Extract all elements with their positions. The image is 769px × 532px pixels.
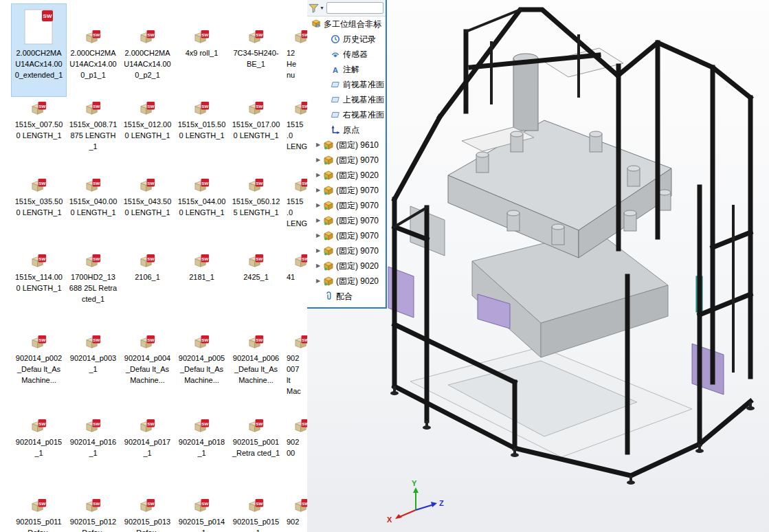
tree-item[interactable]: 传感器 [307,47,386,62]
file-label: 4x9 roll_1 [186,47,219,58]
expand-arrow-icon[interactable]: ▶ [316,228,323,243]
tree-item[interactable]: ▶(固定) 9070 [307,153,386,168]
file-item[interactable]: SW902014_p015_1 [12,414,66,494]
file-item[interactable]: SW2181_1 [175,249,229,330]
solidworks-part-icon: SW [193,252,210,269]
file-item[interactable]: SW902015_p013_Defau... [120,494,175,532]
file-item[interactable]: SW4x9 roll_1 [175,4,229,96]
file-item[interactable]: SW902015_p011_Defau... [12,494,66,532]
expand-arrow-icon[interactable]: ▶ [316,198,323,213]
file-item[interactable]: SW1515x_008.71875 LENGTH_1 [66,96,120,173]
file-item[interactable]: SW902014_p017_1 [120,414,175,494]
file-label: 902 00 [287,436,299,458]
file-item[interactable]: SW1515x_035.500 LENGTH_1 [12,173,66,249]
svg-text:SW: SW [93,181,100,186]
origin-icon [330,124,341,135]
component-icon [323,170,334,181]
expand-arrow-icon[interactable]: ▶ [316,153,323,168]
file-label: 902015_p014_1 [178,516,226,532]
filter-dropdown-caret[interactable]: ▼ [320,5,324,10]
file-item[interactable]: SW902014_p016_1 [66,414,120,494]
expand-arrow-icon[interactable]: ▶ [316,168,323,183]
filter-funnel-icon[interactable] [309,3,319,13]
file-label: 902014_p002_Defau lt_As Machine... [15,353,63,386]
file-item[interactable]: SW902015_p014_1 [175,494,229,532]
file-item[interactable]: SW2425_1 [229,249,283,330]
file-label: 2181_1 [189,271,214,282]
file-item[interactable]: SW1515x_044.000 LENGTH_1 [175,173,229,249]
file-item[interactable]: SW1515x_017.000 LENGTH_1 [229,96,283,173]
tree-item-label: (固定) 9070 [336,155,379,166]
file-item[interactable]: SW1515x_012.000 LENGTH_1 [120,96,175,173]
svg-text:A: A [333,66,338,74]
file-label: 902015_p011_Defau... [15,516,63,532]
tree-item[interactable]: 上视基准面 [307,92,386,107]
expand-arrow-icon[interactable]: ▶ [316,243,323,258]
solidworks-part-icon: SW [85,252,102,269]
file-item[interactable]: SW902015_p001_Retra cted_1 [229,414,283,494]
svg-text:SW: SW [256,337,263,342]
file-item[interactable]: SW902014_p006_Defau lt_As Machine... [229,330,283,414]
plane-icon [330,94,341,105]
file-item[interactable]: SW1515x_007.500 LENGTH_1 [12,96,66,173]
file-item[interactable]: SW2106_1 [120,249,175,330]
tree-item[interactable]: ▶(固定) 9070 [307,198,386,213]
file-item[interactable]: SW7C34-5H240-BE_1 [229,4,283,96]
file-label: 1515 .0 LENG [287,196,307,229]
tree-item[interactable]: 原点 [307,122,386,137]
tree-item[interactable]: 前视基准面 [307,77,386,92]
tree-filter-input[interactable] [326,2,383,14]
tree-item-label: (固定) 9070 [336,185,379,197]
file-item[interactable]: SW1515x_114.000 LENGTH_1 [12,249,66,330]
component-icon [323,185,334,196]
tree-item[interactable]: 历史记录 [307,32,386,47]
tree-item[interactable]: ▶(固定) 9070 [307,213,386,228]
expand-arrow-icon[interactable]: ▶ [316,183,323,198]
solidworks-part-icon: SW [247,176,265,194]
file-item[interactable]: SW902014_p005_Defau lt_As Machine... [175,330,229,414]
tree-item-label: 原点 [343,124,359,136]
expand-arrow-icon[interactable]: ▶ [316,274,323,289]
file-label: 902014_p003_1 [69,353,118,375]
expand-arrow-icon[interactable]: ▶ [316,258,323,274]
expand-arrow-icon[interactable]: ▶ [316,137,323,153]
tree-item[interactable]: ▶(固定) 9610 [307,137,386,153]
file-item[interactable]: SW1515x_050.125 LENGTH_1 [229,173,283,249]
tree-item-label: (固定) 9610 [336,140,379,151]
tree-item-label: 传感器 [343,49,368,60]
tree-item-label: 历史记录 [343,34,376,45]
file-item[interactable]: SW902015_p015_1 [229,494,283,532]
tree-item[interactable]: ▶(固定) 9020 [307,258,386,274]
tree-item[interactable]: ▶(固定) 9020 [307,168,386,183]
file-item[interactable]: SW1515x_040.000 LENGTH_1 [66,173,120,249]
file-item[interactable]: SW902014_p004_Defau lt_As Machine... [120,330,175,414]
file-item[interactable]: SW1515x_043.500 LENGTH_1 [120,173,175,249]
triad-y-label: Y [412,479,417,487]
tree-item[interactable]: ▶(固定) 9070 [307,243,386,258]
svg-text:SW: SW [256,421,263,426]
svg-text:SW: SW [93,501,100,506]
tree-item[interactable]: 右视基准面 [307,107,386,122]
tree-item[interactable]: ▶(固定) 9070 [307,183,386,198]
file-item[interactable]: SW2.000CH2MAU14ACx14.000_extended_1 [12,4,66,96]
file-item[interactable]: SW902014_p018_1 [175,414,229,494]
svg-text:SW: SW [147,181,154,186]
svg-text:SW: SW [256,32,263,37]
file-item[interactable]: SW902015_p012_Defau... [66,494,120,532]
tree-root-item[interactable]: 多工位组合非标 [307,16,386,32]
tree-item[interactable]: 配合 [307,289,386,304]
svg-text:SW: SW [256,501,263,506]
file-label: 902014_p018_1 [178,436,226,458]
tree-item-label: 右视基准面 [343,109,384,121]
file-item[interactable]: SW902014_p003_1 [66,330,120,414]
expand-arrow-icon[interactable]: ▶ [316,213,323,228]
file-item[interactable]: SW902014_p002_Defau lt_As Machine... [12,330,66,414]
file-item[interactable]: SW1700HD2_13688 25L Retracted_1 [66,249,120,330]
tree-item[interactable]: ▶(固定) 9020 [307,274,386,289]
file-item[interactable]: SW2.000CH2MAU14ACx14.000_p2_1 [120,4,175,96]
file-item[interactable]: SW1515x_015.500 LENGTH_1 [175,96,229,173]
tree-item[interactable]: ▶(固定) 9070 [307,228,386,243]
tree-item[interactable]: A注解 [307,62,386,77]
app-window: SW2.000CH2MAU14ACx14.000_extended_1SW2.0… [0,0,769,532]
file-item[interactable]: SW2.000CH2MAU14ACx14.000_p1_1 [66,4,120,96]
